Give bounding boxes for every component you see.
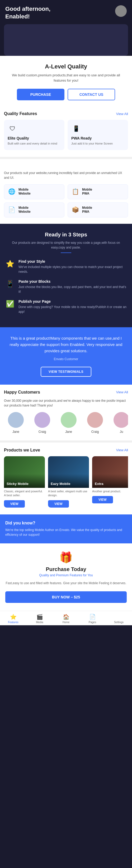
- customers-section: Happy Customers View All Over 30,000 peo…: [0, 385, 132, 440]
- products-title: Products we Love: [4, 448, 40, 453]
- mobile-icon: 📱: [71, 124, 81, 133]
- built-for-you-section: Built For You Our products suit your web…: [0, 157, 132, 224]
- product-img-title-0: Sticky Mobile: [7, 482, 42, 486]
- step-content-2: Publish your Page Done with copy pasting…: [19, 299, 127, 314]
- hero-section: A-Level Quality We build custom,premium …: [0, 56, 132, 106]
- customer-card-4: Ju: [110, 412, 128, 434]
- steps-section: Ready in 3 Steps Our products are design…: [0, 224, 132, 327]
- customer-card-2: Jane: [57, 412, 81, 434]
- step-title-0: Find your Style: [19, 259, 127, 264]
- product-image-0: Sticky Mobile: [4, 456, 45, 488]
- nav-item-media[interactable]: 🎬 Media: [26, 614, 53, 624]
- product-overlay-0: Sticky Mobile: [4, 474, 45, 488]
- product-view-button-0[interactable]: VIEW: [4, 500, 25, 507]
- nav-item-home[interactable]: 🏠 Home: [53, 614, 79, 624]
- avatar[interactable]: [115, 5, 127, 17]
- customers-desc: Over 30,000 people use our products,and …: [4, 398, 128, 408]
- shield-icon: 🛡: [8, 124, 17, 133]
- feature-card-pwa: 📱 PWA Ready Just add it to your Home Scr…: [68, 120, 128, 150]
- customers-view-all[interactable]: View All: [116, 390, 128, 394]
- product-overlay-1: Eazy Mobile: [48, 474, 89, 488]
- product-desc-2: Another great product.: [92, 489, 128, 493]
- product-card-0: Sticky Mobile Classic, elegant and power…: [4, 456, 45, 507]
- feature-name-elite: Elite Quality: [8, 136, 61, 140]
- customers-row: Jane Craig Jane Craig Ju: [4, 412, 128, 435]
- product-view-button-1[interactable]: VIEW: [48, 500, 69, 507]
- pages-icon: 📄: [89, 614, 96, 620]
- header: Good afternoon, Enabled!: [0, 0, 132, 24]
- step-item-1: 📱 Paste your Blocks Just choose the bloc…: [5, 279, 127, 294]
- product-image-1: Eazy Mobile: [48, 456, 89, 488]
- purchase-title: Purchase Today: [5, 566, 127, 572]
- globe-icon: 🌐: [7, 188, 16, 195]
- nav-label-media: Media: [36, 621, 43, 624]
- purchase-section: 🎁 Purchase Today Quality and Premium Fea…: [0, 544, 132, 611]
- built-item-1: 📋 MobilePWA: [68, 184, 128, 199]
- purchase-desc: Fast,easy to use and filled with feature…: [5, 581, 127, 586]
- gift-icon: 🎁: [5, 551, 127, 564]
- testimonial-section: This is a great product!Many components …: [0, 327, 132, 385]
- product-view-button-2[interactable]: VIEW: [92, 496, 113, 503]
- built-grid: 🌐 MobileWebsite 📋 MobilePWA 📄 MobileWebs…: [4, 184, 128, 217]
- nav-item-settings[interactable]: ⚙ Settings: [106, 614, 132, 624]
- product-card-2: Extra Another great product. VIEW: [92, 456, 128, 507]
- feature-name-pwa: PWA Ready: [71, 136, 124, 140]
- customer-name-4: Ju: [110, 430, 128, 434]
- nav-item-pages[interactable]: 📄 Pages: [79, 614, 106, 624]
- customers-header: Happy Customers View All: [4, 390, 128, 395]
- buy-now-button[interactable]: BUY NOW – $25: [5, 591, 127, 603]
- steps-subtitle: Our products are designed to simplify th…: [5, 240, 127, 250]
- products-section: Products we Love View All Sticky Mobile …: [0, 440, 132, 515]
- product-card-1: Eazy Mobile A best seller, elegant multi…: [48, 456, 89, 507]
- customer-avatar-4: [113, 412, 128, 428]
- quality-features-header: Quality Features View All: [4, 111, 128, 116]
- customer-avatar-0: [8, 412, 24, 428]
- step-desc-1: Just choose the blocks you like, copy an…: [19, 285, 127, 294]
- did-you-know-title: Did you know?: [5, 521, 127, 526]
- feature-desc-elite: Built with care and every detail in mind: [8, 142, 61, 146]
- purchase-button[interactable]: PURCHASE: [17, 89, 64, 100]
- products-header: Products we Love View All: [4, 448, 128, 453]
- quality-view-all[interactable]: View All: [116, 112, 128, 116]
- built-item-label-2: MobileWebsite: [19, 206, 31, 214]
- hero-buttons: PURCHASE CONTACT US: [5, 89, 127, 100]
- step-title-2: Publish your Page: [19, 299, 127, 304]
- nav-label-features: Features: [8, 621, 18, 624]
- testimonial-author: Envato Customer: [5, 357, 127, 361]
- products-view-all[interactable]: View All: [116, 448, 128, 452]
- features-icon: ⭐: [10, 614, 17, 620]
- did-you-know-text: We're the top selling Mobile Author on E…: [5, 528, 127, 537]
- built-item-2: 📄 MobileWebsite: [4, 203, 64, 217]
- step-content-1: Paste your Blocks Just choose the blocks…: [19, 279, 127, 294]
- steps-divider: [61, 252, 71, 253]
- customer-name-0: Jane: [4, 430, 28, 434]
- contact-us-button[interactable]: CONTACT US: [68, 89, 115, 100]
- hero-title: A-Level Quality: [5, 63, 127, 70]
- steps-title: Ready in 3 Steps: [5, 232, 127, 238]
- quality-features-title: Quality Features: [4, 111, 37, 116]
- step-desc-0: We've included multiple styles you can c…: [19, 265, 127, 274]
- product-image-2: Extra: [92, 456, 128, 488]
- greeting-text: Good afternoon, Enabled!: [5, 5, 50, 20]
- star-icon: ⭐: [5, 260, 15, 268]
- customer-name-3: Craig: [83, 430, 107, 434]
- built-item-3: 📦 MobilePWA: [68, 203, 128, 217]
- products-row: Sticky Mobile Classic, elegant and power…: [4, 456, 128, 509]
- product-overlay-2: Extra: [92, 474, 128, 488]
- view-testimonials-button[interactable]: VIEW TESTIMONIALS: [41, 367, 91, 377]
- built-item-0: 🌐 MobileWebsite: [4, 184, 64, 199]
- testimonial-text: This is a great product!Many components …: [5, 335, 127, 354]
- product-desc-0: Classic, elegant and powerful. A best se…: [4, 489, 45, 498]
- step-desc-2: Done with copy pasting? Your mobile site…: [19, 305, 127, 314]
- hero-subtitle: We build custom,premium products,that ar…: [5, 73, 127, 83]
- product-img-title-2: Extra: [95, 482, 128, 486]
- step-content-0: Find your Style We've included multiple …: [19, 259, 127, 274]
- hero-banner-image: [4, 24, 128, 56]
- feature-card-elite: 🛡 Elite Quality Built with care and ever…: [4, 120, 64, 150]
- nav-item-features[interactable]: ⭐ Features: [0, 614, 26, 624]
- clipboard-icon: 📋: [71, 188, 79, 195]
- customer-avatar-1: [34, 412, 50, 428]
- phone-icon: 📱: [5, 280, 15, 288]
- product-desc-1: A best seller, elegant multi use design.: [48, 489, 89, 498]
- customer-name-1: Craig: [30, 430, 54, 434]
